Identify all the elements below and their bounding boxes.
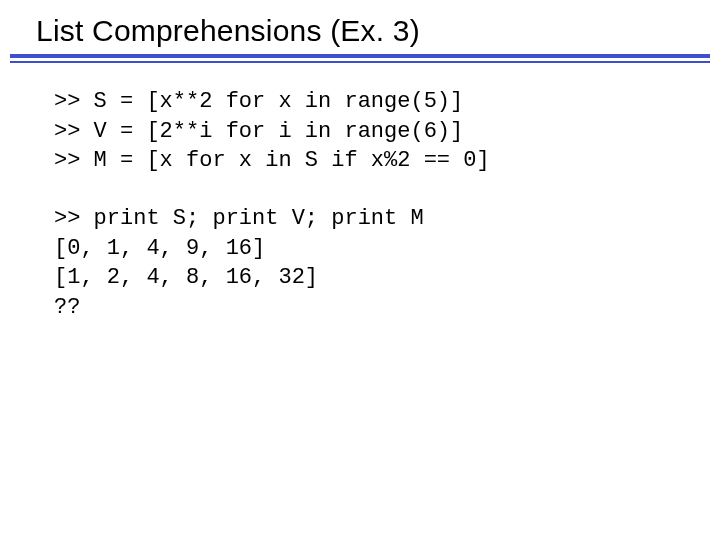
page-title: List Comprehensions (Ex. 3) — [0, 0, 720, 54]
title-rule — [10, 54, 710, 63]
code-definitions: >> S = [x**2 for x in range(5)] >> V = [… — [54, 87, 680, 176]
slide-body: >> S = [x**2 for x in range(5)] >> V = [… — [0, 63, 720, 323]
code-output: >> print S; print V; print M [0, 1, 4, 9… — [54, 204, 680, 323]
slide: List Comprehensions (Ex. 3) >> S = [x**2… — [0, 0, 720, 540]
rule-bar-thick — [10, 54, 710, 58]
